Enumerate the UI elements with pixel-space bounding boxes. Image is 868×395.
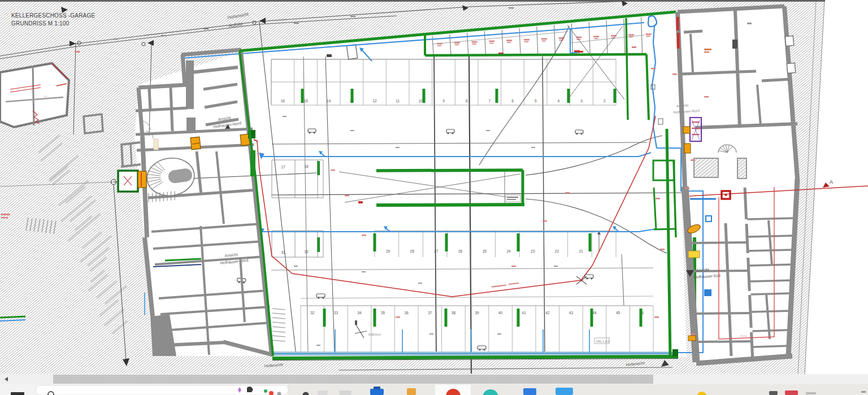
svg-text:10: 10 [419, 99, 423, 103]
svg-text:OKL 1,2m²: OKL 1,2m² [596, 340, 610, 343]
svg-text:7: 7 [488, 99, 491, 103]
svg-text:15: 15 [303, 99, 308, 103]
svg-text:29: 29 [386, 249, 390, 253]
svg-text:5: 5 [535, 99, 537, 103]
svg-text:27: 27 [434, 249, 439, 253]
svg-text:16: 16 [281, 99, 285, 103]
svg-text:31: 31 [281, 250, 285, 254]
svg-text:32: 32 [310, 311, 315, 315]
svg-text:26: 26 [458, 249, 463, 253]
svg-text:45: 45 [616, 311, 620, 315]
svg-text:34: 34 [357, 311, 362, 315]
svg-text:N 83,9 m²: N 83,9 m² [368, 333, 381, 336]
svg-text:2: 2 [604, 99, 606, 103]
svg-text:21: 21 [579, 249, 583, 253]
svg-text:40: 40 [498, 311, 503, 315]
svg-text:4: 4 [557, 99, 559, 103]
svg-text:25,1m: 25,1m [740, 335, 747, 337]
svg-text:42: 42 [545, 311, 550, 315]
svg-text:23: 23 [531, 249, 535, 253]
svg-text:14: 14 [327, 99, 331, 103]
svg-text:18: 18 [304, 164, 309, 168]
svg-text:36: 36 [405, 311, 409, 315]
svg-text:6: 6 [511, 99, 514, 103]
svg-text:30: 30 [304, 250, 309, 254]
svg-text:5,0: 5,0 [44, 95, 47, 98]
svg-text:KELLERGESCHOSS -GARAGE: KELLERGESCHOSS -GARAGE [11, 12, 95, 19]
svg-text:24: 24 [506, 249, 511, 253]
svg-text:43: 43 [569, 311, 574, 315]
svg-text:GRUNDRISS M 1:100: GRUNDRISS M 1:100 [11, 20, 70, 27]
svg-text:A: A [830, 179, 833, 185]
svg-text:22: 22 [555, 249, 559, 253]
svg-text:8: 8 [466, 99, 468, 103]
svg-text:17: 17 [281, 165, 285, 169]
svg-text:12: 12 [372, 99, 377, 103]
svg-text:41: 41 [522, 311, 527, 315]
svg-text:28: 28 [410, 249, 415, 253]
svg-text:11: 11 [396, 99, 400, 103]
svg-text:3: 3 [580, 99, 583, 103]
svg-text:25: 25 [483, 249, 487, 253]
svg-text:35: 35 [381, 311, 385, 315]
svg-text:33: 33 [334, 311, 338, 315]
svg-text:44: 44 [592, 311, 597, 315]
svg-text:38: 38 [452, 311, 456, 315]
svg-text:37: 37 [428, 311, 432, 315]
svg-text:Ansicht: Ansicht [676, 103, 689, 108]
svg-text:9: 9 [442, 99, 445, 103]
svg-text:39: 39 [475, 311, 479, 315]
